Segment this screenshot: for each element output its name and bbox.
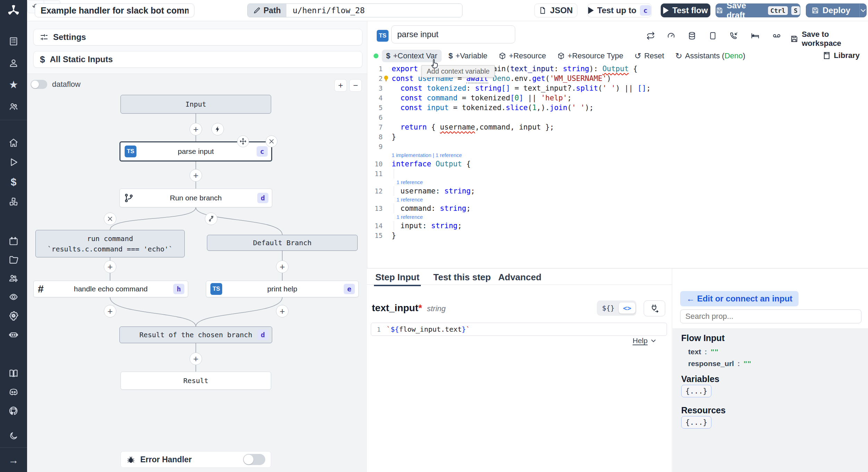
assistants-button[interactable]: ↻Assistants (Deno): [671, 49, 750, 63]
variables-dollar-icon[interactable]: $: [0, 173, 27, 191]
tab-step-input[interactable]: Step Input: [375, 272, 419, 283]
topbar: ↶ ↷ Path u/henri/flow_28 JSON Test up to…: [27, 0, 868, 21]
home-icon[interactable]: [0, 134, 27, 151]
add-step-button[interactable]: +: [276, 305, 289, 317]
add-variable-button[interactable]: $+Variable: [444, 50, 492, 62]
collapse-arrow-icon[interactable]: →: [0, 452, 27, 469]
node-parse-input[interactable]: TS parse input c: [119, 141, 272, 162]
template-mode-button[interactable]: ${}: [598, 303, 619, 314]
voicemail-icon[interactable]: [771, 30, 783, 42]
zoom-out-button[interactable]: −: [349, 79, 362, 92]
remove-branch-button[interactable]: [104, 213, 116, 225]
add-branch-button[interactable]: [205, 213, 217, 225]
node-branch-result[interactable]: Result of the chosen branch d: [119, 326, 272, 343]
test-flow-button[interactable]: Test flow: [661, 3, 710, 17]
favorites-star-icon[interactable]: ★: [0, 76, 27, 93]
codelens[interactable]: 1 implementation | 1 reference: [367, 151, 868, 159]
database-icon[interactable]: [686, 30, 698, 42]
codelens[interactable]: 1 reference: [367, 196, 868, 204]
dark-mode-moon-icon[interactable]: [0, 427, 27, 445]
schedules-calendar-icon[interactable]: [0, 232, 27, 250]
workers-users-gear-icon[interactable]: [0, 270, 27, 287]
add-step-button[interactable]: +: [104, 305, 116, 317]
codelens[interactable]: 1 reference: [367, 179, 868, 186]
workspace-icon[interactable]: [0, 33, 27, 50]
add-resource-type-button[interactable]: +Resource Type: [553, 50, 627, 62]
add-step-button[interactable]: +: [104, 260, 116, 273]
resources-cubes-icon[interactable]: [0, 193, 27, 210]
error-handler-bar[interactable]: Error Handler: [120, 451, 271, 468]
deploy-main[interactable]: Deploy: [806, 4, 856, 17]
dataflow-toggle[interactable]: [31, 80, 47, 89]
settings-gear-icon[interactable]: [0, 307, 27, 324]
prop-row-response_url[interactable]: response_url:"": [688, 359, 751, 368]
step-name-input[interactable]: [391, 25, 515, 43]
node-run-one-branch[interactable]: Run one branch d: [119, 189, 272, 207]
repeat-icon[interactable]: [645, 30, 657, 42]
deploy-dropdown-button[interactable]: [859, 4, 867, 17]
input-expression-editor[interactable]: 1 `${flow_input.text}`: [371, 323, 667, 336]
path-field[interactable]: Path u/henri/flow_28: [247, 3, 462, 17]
edit-or-connect-button[interactable]: ← Edit or connect an input: [680, 291, 799, 306]
delete-step-button[interactable]: [266, 135, 277, 147]
hash-icon: #: [38, 283, 44, 295]
flow-title-input[interactable]: [35, 3, 194, 17]
expression-code: `${flow_input.text}`: [386, 325, 470, 333]
variables-object-button[interactable]: {...}: [681, 385, 711, 397]
field-row: text_input* string: [372, 303, 445, 314]
node-default-branch[interactable]: Default Branch: [207, 235, 358, 251]
connect-input-button[interactable]: [644, 300, 665, 316]
folders-icon[interactable]: [0, 251, 27, 268]
windmill-logo-icon[interactable]: [0, 2, 27, 19]
add-step-button[interactable]: +: [190, 169, 202, 182]
save-draft-button[interactable]: Save draft Ctrl S: [716, 3, 800, 17]
deploy-button[interactable]: Deploy: [806, 3, 867, 17]
test-up-to-button[interactable]: Test up to c: [587, 3, 652, 17]
error-handler-toggle[interactable]: [243, 454, 265, 465]
lightbulb-icon[interactable]: [383, 75, 390, 84]
search-prop-input[interactable]: [680, 309, 861, 323]
code-editor[interactable]: 1export async function main(text_input: …: [367, 64, 868, 268]
move-step-button[interactable]: [237, 135, 249, 147]
flow-settings-button[interactable]: Settings: [33, 29, 362, 45]
tab-advanced[interactable]: Advanced: [498, 272, 541, 283]
cube-icon: [499, 52, 506, 60]
save-icon: [716, 7, 723, 14]
add-step-button[interactable]: +: [190, 123, 202, 135]
node-branch-condition[interactable]: run command `results.c.command === 'echo…: [35, 230, 185, 257]
zoom-in-button[interactable]: +: [334, 79, 347, 92]
code-mode-button[interactable]: <>: [619, 303, 635, 314]
user-icon[interactable]: [0, 55, 27, 72]
resources-object-button[interactable]: {...}: [681, 416, 711, 429]
node-handle-echo-command[interactable]: # handle echo command h: [33, 281, 188, 297]
container-icon[interactable]: [707, 30, 719, 42]
codelens[interactable]: 1 reference: [367, 213, 868, 221]
json-button[interactable]: JSON: [534, 3, 577, 17]
node-flow-input[interactable]: Input: [120, 95, 271, 114]
docs-book-icon[interactable]: [0, 365, 27, 382]
groups-icon[interactable]: [0, 98, 27, 115]
reset-button[interactable]: ↺Reset: [630, 49, 668, 63]
github-icon[interactable]: [0, 402, 27, 420]
bed-icon[interactable]: [749, 30, 761, 42]
all-static-inputs-button[interactable]: $ All Static Inputs: [33, 51, 362, 68]
refresh-icon: ↻: [675, 51, 682, 61]
library-button[interactable]: Library: [819, 49, 863, 62]
save-to-workspace-button[interactable]: Save to workspace: [790, 30, 868, 48]
phone-incoming-icon[interactable]: [728, 30, 740, 42]
add-step-button[interactable]: +: [190, 353, 202, 365]
prop-row-text[interactable]: text:"": [688, 348, 718, 356]
gauge-icon[interactable]: [665, 30, 677, 42]
node-result[interactable]: Result: [120, 372, 271, 390]
runs-play-icon[interactable]: [0, 154, 27, 171]
trigger-bolt-button[interactable]: [211, 123, 224, 135]
add-resource-button[interactable]: +Resource: [494, 50, 550, 62]
code-line: 10interface Output {: [367, 159, 868, 169]
add-step-button[interactable]: +: [276, 260, 289, 273]
tab-test-this-step[interactable]: Test this step: [433, 272, 491, 283]
audit-eye-icon[interactable]: [0, 288, 27, 306]
node-print-help[interactable]: TS print help e: [206, 281, 359, 297]
discord-icon[interactable]: [0, 383, 27, 401]
help-link[interactable]: Help: [633, 337, 657, 345]
ai-robot-icon[interactable]: [0, 326, 27, 343]
